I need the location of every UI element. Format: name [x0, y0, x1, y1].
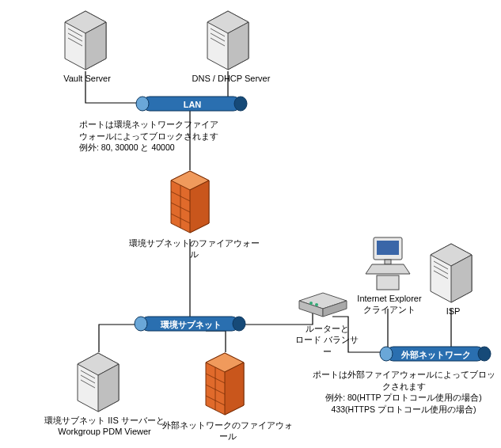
vault-label: Vault Server: [55, 73, 119, 84]
iis-label: 環境サブネット IIS サーバーとWorkgroup PDM Viewer: [41, 415, 168, 438]
dns-label: DNS / DHCP Server: [184, 73, 279, 84]
env-firewall-icon: [171, 171, 209, 233]
ext-network-label: 外部ネットワーク: [394, 349, 477, 360]
iis-server-icon: [78, 353, 119, 412]
dns-server-icon: [207, 11, 249, 70]
router-label: ルーターとロード バランサー: [291, 323, 362, 357]
lan-ports-note: ポートは環境ネットワークファイアウォールによってブロックされます例外: 80, …: [79, 119, 222, 154]
ext-firewall-label: 外部ネットワークのファイアウォール: [158, 420, 297, 442]
env-subnet-label: 環境サブネット: [147, 319, 234, 330]
isp-label: ISP: [435, 306, 471, 317]
env-firewall-label: 環境サブネットのファイアウォール: [127, 237, 261, 260]
router-icon: [299, 293, 347, 317]
ie-label: Internet Explorerクライアント: [350, 293, 429, 316]
ext-ports-note: ポートは外部ファイアウォールによってブロックされます例外: 80(HTTP プロ…: [309, 369, 499, 416]
isp-server-icon: [431, 244, 472, 302]
ie-client-icon: [366, 237, 410, 290]
lan-label: LAN: [165, 99, 220, 110]
vault-server-icon: [65, 11, 106, 70]
ext-firewall-icon: [206, 353, 244, 415]
diagram-canvas: Vault Server DNS / DHCP Server LAN ポートは環…: [0, 0, 501, 448]
